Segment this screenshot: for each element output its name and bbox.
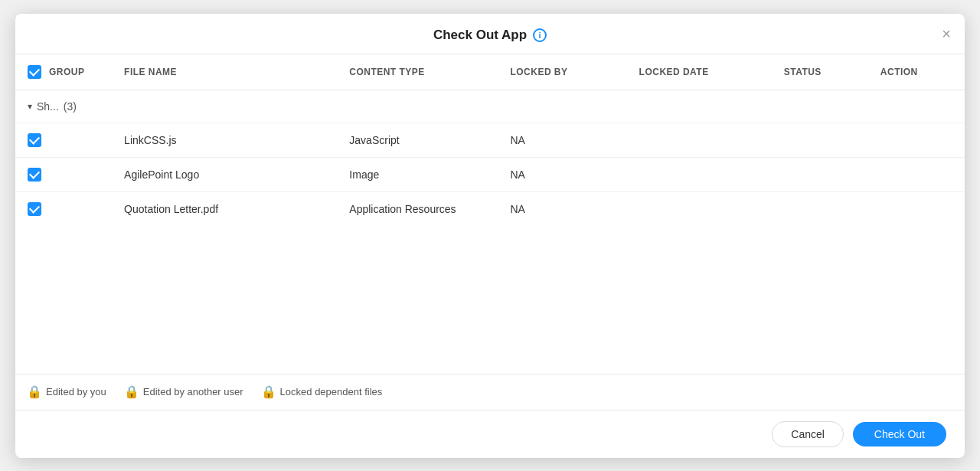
row2-status [772,157,868,191]
legend-edited-by-another-label: Edited by another user [143,386,243,397]
table-row: LinkCSS.js JavaScript NA [15,123,965,157]
col-header-action: ACTION [868,54,965,90]
table-row: Quotation Letter.pdf Application Resourc… [15,191,965,226]
col-header-contenttype: CONTENT TYPE [337,54,498,90]
row3-lockeddate [627,191,772,226]
dialog-body: GROUP FILE NAME CONTENT TYPE LOCKED BY L… [15,54,965,410]
row3-lockedby: NA [498,191,626,226]
dialog-title-text: Check Out App [433,28,527,43]
select-all-checkbox[interactable] [28,65,41,79]
legend-item-edited-by-another: 🔒 Edited by another user [125,385,243,399]
dialog-title: Check Out App i [433,28,547,43]
row2-lockedby: NA [498,157,626,191]
col-group-label: GROUP [49,67,84,77]
row1-filename: LinkCSS.js [112,123,337,157]
row3-checkbox[interactable] [28,202,41,216]
group-row: ▾ Sh... (3) [15,90,965,123]
row2-contenttype: Image [337,157,498,191]
row1-checkbox[interactable] [28,133,41,147]
group-name: Sh... [37,100,59,113]
info-icon[interactable]: i [533,28,547,42]
group-cell: ▾ Sh... (3) [15,90,965,123]
legend-locked-dependent-label: Locked dependent files [280,386,383,397]
row1-checkbox-cell [15,123,112,157]
row2-checkbox-cell [15,157,112,191]
table-row: AgilePoint Logo Image NA [15,157,965,191]
checkout-dialog: Check Out App i × GROUP FILE NAME [15,14,965,458]
files-table: GROUP FILE NAME CONTENT TYPE LOCKED BY L… [15,54,965,226]
row2-lockeddate [627,157,772,191]
cancel-button[interactable]: Cancel [772,421,844,447]
legend-edited-by-you-label: Edited by you [46,386,106,397]
lock-green-icon: 🔒 [28,385,41,399]
col-header-filename: FILE NAME [112,54,337,90]
table-header-row: GROUP FILE NAME CONTENT TYPE LOCKED BY L… [15,54,965,90]
col-header-lockedby: LOCKED BY [498,54,626,90]
row3-checkbox-cell [15,191,112,226]
dialog-footer: Cancel Check Out [15,410,965,458]
dialog-header: Check Out App i × [15,14,965,54]
row2-filename: AgilePoint Logo [112,157,337,191]
legend-item-locked-dependent: 🔒 Locked dependent files [262,385,383,399]
table-wrapper: GROUP FILE NAME CONTENT TYPE LOCKED BY L… [15,54,965,374]
row1-status [772,123,868,157]
checkout-button[interactable]: Check Out [853,422,946,446]
row2-action [868,157,965,191]
row3-contenttype: Application Resources [337,191,498,226]
row3-action [868,191,965,226]
col-header-status: STATUS [772,54,868,90]
lock-blue-icon: 🔒 [262,385,276,399]
row3-filename: Quotation Letter.pdf [112,191,337,226]
close-button[interactable]: × [942,26,951,41]
chevron-down-icon[interactable]: ▾ [28,101,32,112]
row1-lockeddate [627,123,772,157]
row2-checkbox[interactable] [28,168,41,182]
row1-action [868,123,965,157]
lock-red-icon: 🔒 [125,385,139,399]
legend: 🔒 Edited by you 🔒 Edited by another user… [15,374,965,410]
group-count: (3) [64,100,77,113]
row3-status [772,191,868,226]
col-header-lockeddate: LOCKED DATE [627,54,772,90]
col-header-group: GROUP [15,54,112,90]
row1-contenttype: JavaScript [337,123,498,157]
row1-lockedby: NA [498,123,626,157]
legend-item-edited-by-you: 🔒 Edited by you [28,385,106,399]
